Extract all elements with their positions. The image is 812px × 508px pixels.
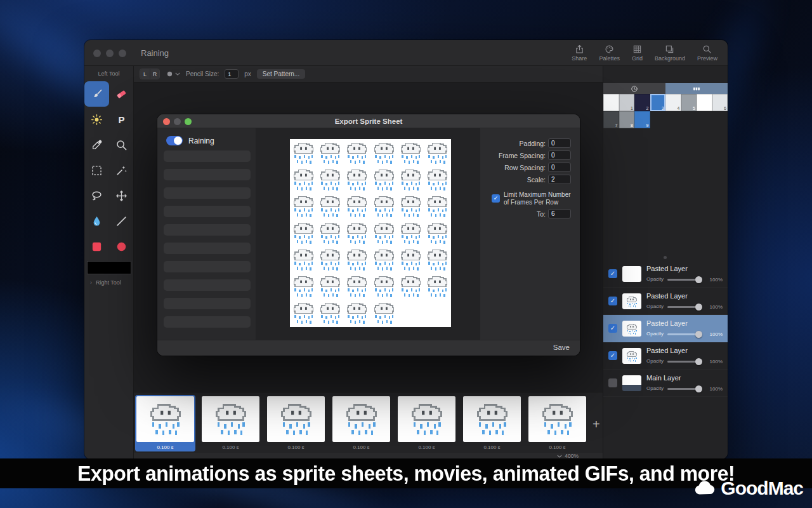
- dialog-close-button[interactable]: [163, 118, 170, 125]
- layer-row[interactable]: ✓Pasted LayerOpacity100%: [603, 260, 728, 288]
- layer-visibility-checkbox[interactable]: ✓: [608, 297, 617, 305]
- line-tool[interactable]: [109, 208, 134, 234]
- list-item[interactable]: [164, 279, 251, 291]
- field-input[interactable]: [548, 163, 571, 172]
- color-swatch[interactable]: [697, 94, 712, 111]
- opacity-slider[interactable]: [667, 388, 702, 390]
- layer-row[interactable]: ✓Pasted LayerOpacity100%: [603, 342, 728, 370]
- list-item[interactable]: [164, 243, 251, 254]
- lighten-tool[interactable]: [84, 107, 109, 132]
- timeline-frame[interactable]: 0.100 s: [527, 395, 587, 451]
- fill-tool[interactable]: [84, 208, 109, 234]
- list-item[interactable]: [164, 224, 251, 236]
- set-pattern-button[interactable]: Set Pattern...: [257, 69, 305, 79]
- color-swatch[interactable]: 6: [712, 94, 728, 111]
- sprite-cell: [372, 220, 396, 245]
- left-tool-segment[interactable]: L: [140, 69, 150, 79]
- toolbar-grid-button[interactable]: Grid: [632, 44, 643, 62]
- ellipse-tool[interactable]: [109, 234, 134, 259]
- toggle-knob: [174, 137, 182, 145]
- animation-toggle-row[interactable]: Raining: [166, 136, 214, 145]
- timeline-frame[interactable]: 0.100 s: [396, 395, 457, 451]
- opacity-slider[interactable]: [667, 333, 702, 335]
- add-frame-button[interactable]: +: [593, 418, 600, 431]
- animation-toggle-switch[interactable]: [166, 136, 183, 145]
- timeline-frame[interactable]: 0.100 s: [331, 395, 391, 451]
- close-button[interactable]: [93, 50, 101, 57]
- limit-checkbox[interactable]: ✓: [492, 194, 500, 203]
- color-swatch[interactable]: 5: [681, 94, 697, 111]
- layer-visibility-checkbox[interactable]: ✓: [608, 324, 617, 333]
- color-swatch[interactable]: 1: [619, 94, 635, 111]
- color-swatch[interactable]: [603, 94, 619, 111]
- field-input[interactable]: [548, 138, 571, 148]
- field-input[interactable]: [548, 150, 571, 160]
- rect-tool[interactable]: [84, 234, 109, 259]
- color-swatch[interactable]: 8: [619, 111, 635, 128]
- palette-tab-frames[interactable]: [665, 83, 728, 94]
- slider-knob[interactable]: [695, 385, 702, 392]
- list-item[interactable]: [164, 150, 251, 162]
- right-tool-segment[interactable]: R: [150, 69, 159, 79]
- toolbar-preview-button[interactable]: Preview: [697, 44, 717, 62]
- slider-knob[interactable]: [695, 358, 702, 365]
- slider-knob[interactable]: [695, 304, 702, 311]
- dialog-minimize-button[interactable]: [174, 118, 181, 125]
- move-tool[interactable]: [109, 183, 134, 208]
- brush-shape-button[interactable]: [166, 70, 180, 78]
- titlebar[interactable]: Raining SharePalettesGridBackgroundPrevi…: [84, 40, 728, 66]
- pencil-size-input[interactable]: [225, 69, 239, 79]
- grid-icon: [632, 44, 642, 54]
- list-item[interactable]: [164, 261, 251, 272]
- layer-visibility-checkbox[interactable]: [608, 378, 617, 387]
- eyedropper-tool[interactable]: [84, 132, 109, 157]
- timeline-frame[interactable]: 0.100 s: [135, 395, 195, 451]
- save-button[interactable]: Save: [553, 344, 570, 351]
- layer-visibility-checkbox[interactable]: ✓: [608, 351, 617, 360]
- brush-tool[interactable]: [84, 81, 109, 107]
- zoom-tool[interactable]: [109, 132, 134, 157]
- toolbar-share-button[interactable]: Share: [572, 44, 587, 62]
- eraser-tool[interactable]: [109, 81, 134, 107]
- opacity-slider[interactable]: [667, 279, 702, 281]
- sprite-cell: [291, 220, 316, 245]
- layer-row[interactable]: Main LayerOpacity100%: [603, 370, 728, 397]
- timeline-frame[interactable]: 0.100 s: [462, 395, 522, 451]
- to-input[interactable]: [548, 209, 571, 218]
- opacity-slider[interactable]: [667, 306, 702, 308]
- dialog-titlebar[interactable]: Export Sprite Sheet: [157, 114, 580, 128]
- color-swatch[interactable]: 7: [603, 111, 619, 128]
- list-item[interactable]: [164, 316, 251, 328]
- resize-handle[interactable]: [664, 256, 667, 259]
- color-well[interactable]: [87, 261, 131, 274]
- layer-visibility-checkbox[interactable]: ✓: [608, 269, 617, 278]
- opacity-slider[interactable]: [667, 361, 702, 363]
- right-tool-toggle[interactable]: › Right Tool: [90, 279, 121, 286]
- marquee-tool[interactable]: [84, 157, 109, 183]
- color-swatch[interactable]: 2: [634, 94, 650, 111]
- timeline-frame[interactable]: 0.100 s: [266, 395, 326, 451]
- lr-tool-segment[interactable]: L R: [140, 69, 160, 79]
- minimize-button[interactable]: [106, 50, 114, 57]
- layer-row[interactable]: ✓Pasted LayerOpacity100%: [603, 315, 728, 342]
- field-input[interactable]: [548, 175, 571, 184]
- slider-knob[interactable]: [695, 331, 702, 338]
- list-item[interactable]: [164, 206, 251, 217]
- color-swatch[interactable]: 9: [634, 111, 650, 128]
- layer-row[interactable]: ✓Pasted LayerOpacity100%: [603, 288, 728, 315]
- wand-tool[interactable]: [109, 157, 134, 183]
- pencil-tool[interactable]: P: [109, 107, 134, 132]
- dialog-zoom-button[interactable]: [185, 118, 192, 125]
- list-item[interactable]: [164, 298, 251, 309]
- color-swatch[interactable]: 3: [650, 94, 666, 111]
- toolbar-background-button[interactable]: Background: [655, 44, 685, 62]
- color-swatch[interactable]: 4: [665, 94, 681, 111]
- palette-tab-clock[interactable]: [603, 83, 665, 94]
- timeline-frame[interactable]: 0.100 s: [200, 395, 261, 451]
- lasso-tool[interactable]: [84, 183, 109, 208]
- list-item[interactable]: [164, 187, 251, 199]
- toolbar-palettes-button[interactable]: Palettes: [599, 44, 620, 62]
- list-item[interactable]: [164, 169, 251, 180]
- fullscreen-button[interactable]: [119, 50, 126, 57]
- slider-knob[interactable]: [695, 276, 702, 283]
